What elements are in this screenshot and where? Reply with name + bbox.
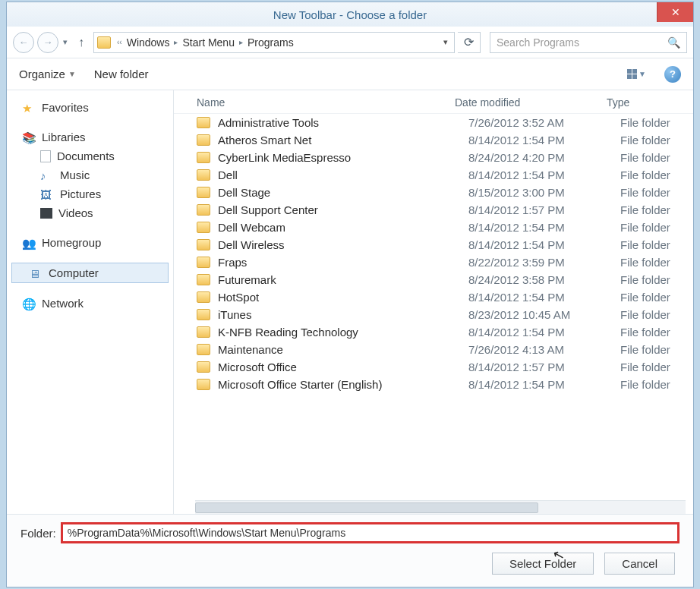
new-folder-button[interactable]: New folder (94, 68, 149, 80)
button-row: ↖ Select Folder Cancel (20, 553, 680, 575)
column-date[interactable]: Date modified (455, 96, 607, 109)
folder-path-input[interactable]: %ProgramData%\Microsoft\Windows\Start Me… (61, 522, 680, 543)
search-input[interactable]: Search Programs 🔍 (490, 32, 687, 53)
organize-label: Organize (19, 68, 65, 80)
item-name: Microsoft Office Starter (English) (218, 378, 468, 391)
list-item[interactable]: Dell Webcam8/14/2012 1:54 PMFile folder (174, 219, 693, 236)
item-name: Dell Webcam (218, 221, 468, 234)
item-type: File folder (620, 169, 670, 181)
sidebar-videos[interactable]: Videos (7, 203, 173, 222)
breadcrumb-programs[interactable]: Programs (244, 36, 297, 49)
item-type: File folder (620, 151, 670, 164)
breadcrumb-dropdown[interactable]: ▾ (437, 37, 454, 47)
sidebar-computer[interactable]: 🖥 Computer (11, 263, 169, 283)
folder-icon (97, 36, 111, 49)
scrollbar-thumb[interactable] (195, 502, 538, 513)
sidebar-label: Network (42, 297, 84, 310)
item-name: Administrative Tools (218, 116, 468, 129)
breadcrumb-bar[interactable]: ‹‹ Windows ▸ Start Menu ▸ Programs ▾ (93, 32, 455, 53)
item-name: Microsoft Office (218, 361, 468, 373)
list-item[interactable]: Administrative Tools7/26/2012 3:52 AMFil… (174, 114, 693, 131)
item-date: 7/26/2012 3:52 AM (468, 116, 620, 129)
item-date: 8/23/2012 10:45 AM (468, 308, 620, 321)
arrow-left-icon: ← (19, 36, 29, 48)
list-item[interactable]: K-NFB Reading Technology8/14/2012 1:54 P… (174, 323, 693, 341)
list-item[interactable]: Dell Support Center8/14/2012 1:57 PMFile… (174, 201, 693, 219)
help-button[interactable]: ? (664, 66, 681, 83)
select-folder-button[interactable]: Select Folder (492, 553, 594, 575)
list-item[interactable]: Dell8/14/2012 1:54 PMFile folder (174, 166, 693, 184)
breadcrumb-startmenu[interactable]: Start Menu (179, 36, 237, 49)
back-button[interactable]: ← (13, 32, 34, 53)
list-item[interactable]: Fraps8/22/2012 3:59 PMFile folder (174, 254, 693, 271)
item-name: Futuremark (218, 273, 468, 286)
item-name: Dell Support Center (218, 203, 468, 216)
column-headers: Name Date modified Type (174, 90, 693, 114)
sidebar-label: Computer (49, 266, 99, 279)
recent-locations-dropdown[interactable]: ▾ (61, 37, 69, 47)
item-type: File folder (620, 203, 670, 216)
item-type: File folder (620, 221, 670, 234)
file-rows: Administrative Tools7/26/2012 3:52 AMFil… (174, 114, 693, 500)
column-type[interactable]: Type (607, 96, 686, 109)
item-date: 8/24/2012 4:20 PM (468, 151, 620, 164)
folder-icon (197, 169, 210, 181)
document-icon (40, 150, 51, 162)
close-button[interactable]: ✕ (657, 2, 693, 22)
titlebar: New Toolbar - Choose a folder ✕ (7, 2, 693, 27)
item-date: 8/14/2012 1:54 PM (468, 378, 620, 391)
horizontal-scrollbar[interactable] (195, 500, 686, 514)
video-icon (40, 208, 52, 219)
item-name: CyberLink MediaEspresso (218, 151, 468, 164)
list-item[interactable]: iTunes8/23/2012 10:45 AMFile folder (174, 306, 693, 323)
item-type: File folder (620, 116, 670, 129)
sidebar-pictures[interactable]: 🖼 Pictures (7, 184, 173, 203)
list-item[interactable]: Microsoft Office Starter (English)8/14/2… (174, 376, 693, 393)
item-date: 8/14/2012 1:54 PM (468, 134, 620, 146)
list-item[interactable]: HotSpot8/14/2012 1:54 PMFile folder (174, 288, 693, 306)
up-button[interactable]: ↑ (72, 33, 90, 52)
breadcrumb-windows[interactable]: Windows (124, 36, 173, 49)
list-item[interactable]: CyberLink MediaEspresso8/24/2012 4:20 PM… (174, 149, 693, 166)
chevron-right-icon: ▸ (172, 38, 179, 46)
item-name: Fraps (218, 256, 468, 269)
list-item[interactable]: Atheros Smart Net8/14/2012 1:54 PMFile f… (174, 131, 693, 149)
column-name[interactable]: Name (197, 96, 455, 109)
list-item[interactable]: Dell Stage8/15/2012 3:00 PMFile folder (174, 184, 693, 201)
list-item[interactable]: Futuremark8/24/2012 3:58 PMFile folder (174, 271, 693, 288)
arrow-up-icon: ↑ (78, 36, 84, 49)
list-item[interactable]: Maintenance7/26/2012 4:13 AMFile folder (174, 341, 693, 358)
sidebar-homegroup[interactable]: 👥 Homegroup (7, 233, 173, 252)
item-date: 8/14/2012 1:54 PM (468, 291, 620, 304)
organize-menu[interactable]: Organize ▼ (19, 68, 76, 80)
sidebar-label: Homegroup (42, 236, 101, 249)
toolbar-row: Organize ▼ New folder ▼ ? (7, 58, 693, 90)
sidebar-documents[interactable]: Documents (7, 146, 173, 165)
view-options-button[interactable]: ▼ (627, 69, 646, 79)
folder-icon (197, 274, 210, 285)
sidebar-network[interactable]: 🌐 Network (7, 294, 173, 313)
libraries-icon: 📚 (22, 131, 36, 143)
item-date: 8/14/2012 1:54 PM (468, 326, 620, 339)
folder-icon (197, 222, 210, 233)
list-item[interactable]: Dell Wireless8/14/2012 1:54 PMFile folde… (174, 236, 693, 254)
folder-icon (197, 152, 210, 163)
sidebar-label: Favorites (42, 101, 89, 114)
item-type: File folder (620, 326, 670, 339)
folder-icon (197, 379, 210, 390)
cancel-button[interactable]: Cancel (604, 553, 675, 575)
chevron-down-icon: ▼ (639, 70, 646, 78)
refresh-button[interactable]: ⟳ (458, 32, 481, 53)
item-name: HotSpot (218, 291, 468, 304)
folder-icon (197, 309, 210, 320)
list-item[interactable]: Microsoft Office8/14/2012 1:57 PMFile fo… (174, 358, 693, 376)
sidebar-music[interactable]: ♪ Music (7, 165, 173, 184)
sidebar-libraries[interactable]: 📚 Libraries (7, 128, 173, 146)
sidebar-favorites[interactable]: ★ Favorites (7, 98, 173, 117)
folder-row: Folder: %ProgramData%\Microsoft\Windows\… (20, 522, 680, 543)
item-date: 8/14/2012 1:57 PM (468, 203, 620, 216)
item-date: 8/14/2012 1:54 PM (468, 221, 620, 234)
forward-button[interactable]: → (37, 32, 58, 53)
item-type: File folder (620, 291, 670, 304)
item-name: K-NFB Reading Technology (218, 326, 468, 339)
